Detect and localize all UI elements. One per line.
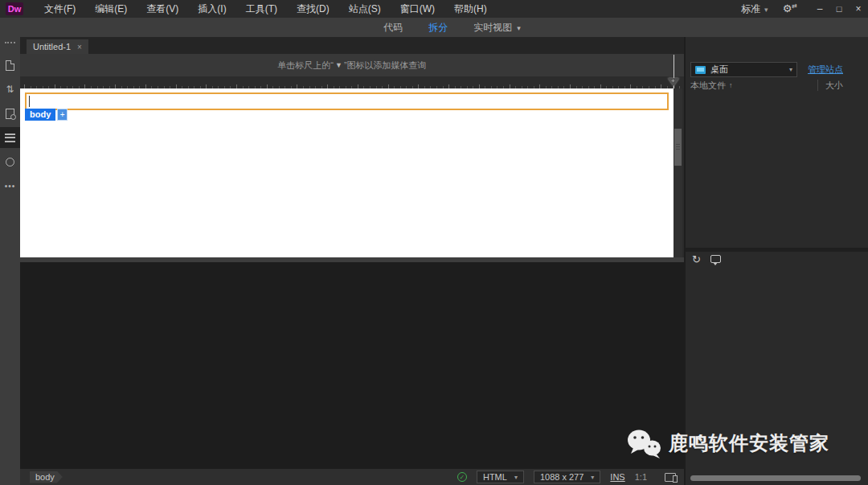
media-query-marker-icon: ▼ xyxy=(335,61,342,69)
desktop-icon xyxy=(695,66,706,74)
panel-separator[interactable] xyxy=(686,248,868,252)
device-preview-icon[interactable] xyxy=(665,473,676,482)
dom-panel-tabs xyxy=(686,267,868,280)
body-element-outline[interactable] xyxy=(25,92,669,110)
left-toolbar: ⇅ ••• xyxy=(0,37,20,485)
sync-settings-button[interactable]: ⚙⇄ xyxy=(783,2,797,14)
design-view-canvas[interactable]: body + xyxy=(20,88,674,257)
status-bar: body ✓ HTML ▾ 1088 x 277 ▾ INS 1:1 xyxy=(20,469,684,485)
menu-item[interactable]: 查看(V) xyxy=(137,0,188,18)
menu-item[interactable]: 编辑(E) xyxy=(85,0,137,18)
close-button[interactable]: × xyxy=(849,1,868,17)
document-icon xyxy=(6,60,14,71)
add-element-button[interactable]: + xyxy=(57,109,68,121)
hint-text-suffix: ”图标以添加媒体查询 xyxy=(344,60,427,72)
right-panel: 桌面 ▾ 管理站点 本地文件 ↑ 大小 ↻ xyxy=(684,37,868,485)
chevron-down-icon: ▾ xyxy=(591,474,594,481)
format-lines-icon xyxy=(5,134,15,142)
design-scrollbar[interactable] xyxy=(674,88,682,257)
more-tools-button[interactable]: ••• xyxy=(0,175,20,196)
local-files-column-header[interactable]: 本地文件 xyxy=(690,80,726,92)
file-search-icon xyxy=(6,109,14,119)
file-list-header: 本地文件 ↑ 大小 xyxy=(690,80,865,91)
doctype-dropdown[interactable]: HTML ▾ xyxy=(477,471,524,483)
code-view[interactable] xyxy=(20,262,684,469)
horizontal-ruler[interactable] xyxy=(20,76,684,88)
ellipsis-icon: ••• xyxy=(5,182,16,191)
dw-logo: Dw xyxy=(6,2,23,15)
sort-ascending-icon: ↑ xyxy=(729,81,733,89)
refresh-icon[interactable]: ↻ xyxy=(692,253,701,265)
dreamweaver-window: Dw 文件(F)编辑(E)查看(V)插入(I)工具(T)查找(D)站点(S)窗口… xyxy=(0,0,868,485)
chevron-down-icon: ▾ xyxy=(517,24,521,32)
menu-item[interactable]: 窗口(W) xyxy=(391,0,444,18)
window-controls: – □ × xyxy=(810,1,868,17)
chevron-down-icon: ▾ xyxy=(789,66,792,73)
design-text-caret xyxy=(29,96,30,107)
design-scrollbar-thumb[interactable] xyxy=(674,129,682,166)
menu-item[interactable]: 工具(T) xyxy=(236,0,287,18)
chevron-down-icon: ▾ xyxy=(514,474,518,481)
sync-arrows-icon: ⇄ xyxy=(792,2,797,10)
minimize-button[interactable]: – xyxy=(810,1,829,17)
split-view-divider[interactable] xyxy=(20,257,684,262)
circle-icon xyxy=(6,158,14,166)
maximize-button[interactable]: □ xyxy=(829,1,849,17)
menubar-right: 标准▾ ⚙⇄ – □ × xyxy=(741,0,868,18)
body-tag-badge[interactable]: body xyxy=(25,109,55,121)
live-view-button[interactable]: 实时视图▾ xyxy=(461,21,534,35)
media-query-hint-bar: 单击标尺上的“ ▼ ”图标以添加媒体查询 xyxy=(20,54,684,76)
menu-item[interactable]: 站点(S) xyxy=(339,0,391,18)
dom-panel-toolbar: ↻ xyxy=(692,253,721,265)
workspace-switcher[interactable]: 标准▾ xyxy=(741,2,768,16)
hint-text-prefix: 单击标尺上的“ xyxy=(277,60,334,72)
lint-ok-icon[interactable]: ✓ xyxy=(457,472,467,482)
inspect-button[interactable] xyxy=(0,151,20,172)
menu-item[interactable]: 插入(I) xyxy=(188,0,235,18)
open-documents-button[interactable] xyxy=(0,55,20,76)
split-view-button[interactable]: 拆分 xyxy=(416,21,461,35)
format-source-button[interactable] xyxy=(0,127,20,148)
chevron-down-icon: ▾ xyxy=(764,6,768,14)
doctype-label: HTML xyxy=(483,472,507,482)
site-selector-row: 桌面 ▾ 管理站点 xyxy=(690,62,865,77)
manage-sites-link[interactable]: 管理站点 xyxy=(808,64,843,76)
toolbar-grip xyxy=(5,42,15,43)
code-view-button[interactable]: 代码 xyxy=(371,21,416,35)
menu-item[interactable]: 查找(D) xyxy=(287,0,339,18)
site-selected-label: 桌面 xyxy=(710,64,728,76)
files-panel-tabs xyxy=(686,43,868,58)
element-display: body + xyxy=(25,109,68,121)
window-size-label: 1088 x 277 xyxy=(540,472,583,482)
view-mode-toolbar: 代码 拆分 实时视图▾ xyxy=(0,18,868,37)
panel-horizontal-scrollbar[interactable] xyxy=(690,475,861,481)
status-bar-right: ✓ HTML ▾ 1088 x 277 ▾ INS 1:1 xyxy=(457,471,676,483)
add-media-query-marker[interactable] xyxy=(668,78,679,86)
up-down-arrows-icon: ⇅ xyxy=(6,84,14,95)
view-mode-group: 代码 拆分 实时视图▾ xyxy=(371,21,534,35)
column-divider[interactable] xyxy=(817,80,818,91)
document-tab-title: Untitled-1 xyxy=(33,42,71,51)
menu-item[interactable]: 文件(F) xyxy=(35,0,85,18)
document-tabbar: Untitled-1 × xyxy=(20,37,684,54)
insert-mode-indicator[interactable]: INS xyxy=(610,472,624,482)
close-tab-icon[interactable]: × xyxy=(77,43,82,51)
file-management-button[interactable]: ⇅ xyxy=(0,79,20,100)
menubar: Dw 文件(F)编辑(E)查看(V)插入(I)工具(T)查找(D)站点(S)窗口… xyxy=(0,0,868,18)
workspace-label: 标准 xyxy=(741,3,760,14)
tag-selector[interactable]: body xyxy=(30,471,63,483)
zoom-level[interactable]: 1:1 xyxy=(635,472,647,482)
live-view-label: 实时视图 xyxy=(473,22,512,33)
find-in-files-button[interactable] xyxy=(0,103,20,124)
document-tab[interactable]: Untitled-1 × xyxy=(27,39,88,54)
live-code-icon[interactable] xyxy=(710,255,721,263)
site-select-dropdown[interactable]: 桌面 ▾ xyxy=(690,62,797,77)
gear-icon: ⚙ xyxy=(783,3,792,15)
menubar-items: 文件(F)编辑(E)查看(V)插入(I)工具(T)查找(D)站点(S)窗口(W)… xyxy=(35,0,497,18)
size-column-header[interactable]: 大小 xyxy=(825,80,843,92)
window-size-dropdown[interactable]: 1088 x 277 ▾ xyxy=(534,471,600,483)
menu-item[interactable]: 帮助(H) xyxy=(444,0,497,18)
